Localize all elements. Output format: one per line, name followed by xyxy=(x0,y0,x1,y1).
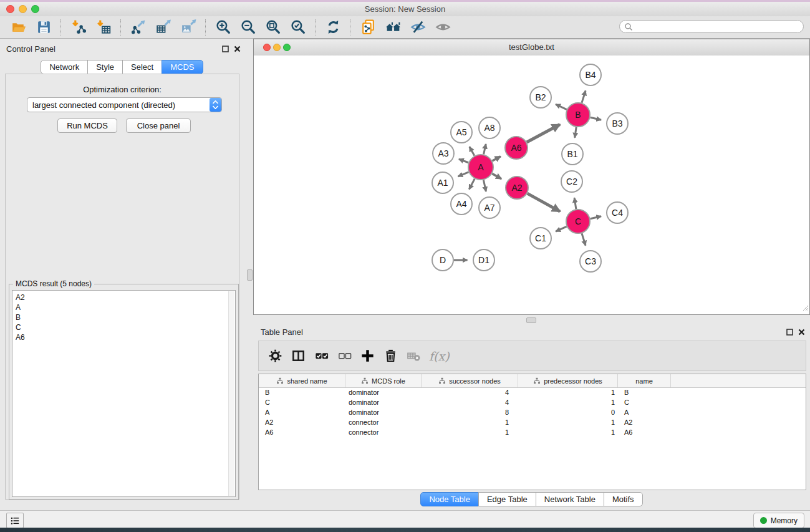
graph-edge-A2-C[interactable] xyxy=(528,193,560,211)
table-toolbar-button-delete-column[interactable] xyxy=(382,347,400,365)
table-toolbar-button-settings-gear[interactable] xyxy=(266,347,285,365)
table-cell[interactable]: A6 xyxy=(618,427,671,437)
network-canvas[interactable]: B4B2BB3A5A8A6B1A3AA1C2A2A4A7C4CC1C3DD1 xyxy=(254,56,809,314)
tab-motifs[interactable]: Motifs xyxy=(604,492,643,506)
mcds-result-item[interactable]: A2 xyxy=(12,291,235,302)
table-row[interactable]: Cdominator41C xyxy=(259,397,806,407)
toolbar-button-zoom-fit[interactable] xyxy=(264,18,282,37)
toolbar-button-export-image[interactable] xyxy=(179,18,198,37)
graph-edge-B-B4[interactable] xyxy=(582,90,586,103)
graph-node-C3[interactable]: C3 xyxy=(580,251,601,272)
table-cell[interactable]: 1 xyxy=(518,417,618,427)
graph-edge-A-A5[interactable] xyxy=(470,147,475,155)
table-cell[interactable]: 0 xyxy=(518,407,618,417)
graph-edge-A-A2[interactable] xyxy=(492,173,501,178)
column-header-predecessor-nodes[interactable]: predecessor nodes xyxy=(518,374,618,387)
graph-node-A1[interactable]: A1 xyxy=(432,172,453,193)
toolbar-button-home[interactable] xyxy=(383,18,402,37)
graph-edge-A6-B[interactable] xyxy=(527,125,560,142)
panel-list-button[interactable] xyxy=(6,513,24,528)
table-row[interactable]: Bdominator41B xyxy=(259,387,806,397)
graph-edge-B-B1[interactable] xyxy=(575,127,576,138)
graph-edge-C-C2[interactable] xyxy=(574,198,576,209)
toolbar-button-import-table[interactable] xyxy=(94,18,113,37)
criterion-dropdown[interactable]: largest connected component (directed) xyxy=(27,97,222,112)
toolbar-button-import-network[interactable] xyxy=(69,18,88,37)
table-cell[interactable]: 4 xyxy=(422,397,518,407)
column-header-MCDS-role[interactable]: MCDS role xyxy=(345,374,422,387)
table-cell[interactable]: connector xyxy=(345,427,422,437)
graph-node-B1[interactable]: B1 xyxy=(562,143,583,165)
tab-mcds[interactable]: MCDS xyxy=(162,60,203,74)
graph-node-A7[interactable]: A7 xyxy=(479,197,500,218)
graph-edge-A-A4[interactable] xyxy=(469,179,475,190)
column-header-successor-nodes[interactable]: successor nodes xyxy=(422,374,518,387)
table-cell[interactable]: dominator xyxy=(345,387,422,397)
graph-node-B3[interactable]: B3 xyxy=(607,113,628,134)
graph-edge-C-C1[interactable] xyxy=(556,226,567,231)
table-cell[interactable]: B xyxy=(259,387,345,397)
graph-node-C1[interactable]: C1 xyxy=(530,228,551,249)
graph-node-D1[interactable]: D1 xyxy=(473,249,494,271)
graph-edge-A-A7[interactable] xyxy=(483,180,486,191)
table-cell[interactable]: C xyxy=(618,397,671,407)
memory-button[interactable]: Memory xyxy=(753,513,804,528)
table-toolbar-button-show-columns[interactable] xyxy=(289,347,308,365)
close-table-panel-icon[interactable] xyxy=(798,328,806,336)
graph-edge-C-C3[interactable] xyxy=(582,233,586,246)
column-header-shared-name[interactable]: shared name xyxy=(259,374,345,387)
toolbar-button-show-all[interactable] xyxy=(433,18,452,37)
table-cell[interactable]: A2 xyxy=(259,417,345,427)
table-cell[interactable]: connector xyxy=(345,417,422,427)
tab-network[interactable]: Network xyxy=(41,60,88,74)
graph-edge-A-A8[interactable] xyxy=(484,144,486,155)
table-cell[interactable]: C xyxy=(259,397,345,407)
graph-node-B4[interactable]: B4 xyxy=(580,64,601,85)
search-field[interactable] xyxy=(619,20,804,33)
table-cell[interactable]: B xyxy=(618,387,671,397)
graph-node-A5[interactable]: A5 xyxy=(451,122,472,143)
vertical-splitter-grip[interactable] xyxy=(247,269,253,281)
table-cell[interactable]: 8 xyxy=(422,407,518,417)
mcds-result-item[interactable]: B xyxy=(12,312,235,322)
toolbar-button-export-table[interactable] xyxy=(154,18,173,37)
tab-network-table[interactable]: Network Table xyxy=(536,492,604,506)
graph-node-A8[interactable]: A8 xyxy=(479,117,500,138)
table-cell[interactable]: 1 xyxy=(518,387,618,397)
table-toolbar-button-select-all[interactable] xyxy=(312,347,331,365)
toolbar-button-zoom-out[interactable] xyxy=(239,18,258,37)
table-cell[interactable]: 4 xyxy=(422,387,518,397)
graph-edge-A-A6[interactable] xyxy=(492,157,500,161)
table-cell[interactable]: A2 xyxy=(618,417,671,427)
graph-node-A4[interactable]: A4 xyxy=(451,193,472,215)
result-list-scrollbar[interactable] xyxy=(228,291,234,496)
toolbar-button-open-session[interactable] xyxy=(9,18,28,37)
graph-node-C2[interactable]: C2 xyxy=(561,171,582,192)
search-input[interactable] xyxy=(633,21,803,32)
table-toolbar-button-add-column[interactable] xyxy=(359,347,377,365)
tab-style[interactable]: Style xyxy=(87,60,123,74)
close-panel-button[interactable]: Close panel xyxy=(126,118,191,133)
table-cell[interactable]: A xyxy=(259,407,345,417)
table-cell[interactable]: dominator xyxy=(345,397,422,407)
graph-node-B[interactable]: B xyxy=(566,103,590,127)
toolbar-button-refresh[interactable] xyxy=(324,18,342,37)
tab-edge-table[interactable]: Edge Table xyxy=(478,492,536,506)
window-resize-grip[interactable] xyxy=(801,302,809,314)
float-table-panel-icon[interactable] xyxy=(786,328,794,336)
table-cell[interactable]: A6 xyxy=(259,427,345,437)
graph-edge-C-C4[interactable] xyxy=(591,216,602,219)
mcds-result-item[interactable]: A6 xyxy=(12,332,235,342)
table-row[interactable]: Adominator80A xyxy=(259,407,806,417)
toolbar-button-hide-unselected[interactable] xyxy=(408,18,427,37)
table-toolbar-button-deselect-all[interactable] xyxy=(335,347,354,365)
toolbar-button-zoom-selected[interactable] xyxy=(289,18,307,37)
mcds-result-list[interactable]: A2ABCA6 xyxy=(12,290,236,497)
graph-edge-B-B3[interactable] xyxy=(591,117,602,120)
graph-node-A2[interactable]: A2 xyxy=(506,177,528,199)
table-cell[interactable]: 1 xyxy=(518,397,618,407)
mcds-result-item[interactable]: C xyxy=(12,322,235,332)
table-cell[interactable]: dominator xyxy=(345,407,422,417)
graph-node-B2[interactable]: B2 xyxy=(530,87,551,108)
run-mcds-button[interactable]: Run MCDS xyxy=(57,118,117,133)
